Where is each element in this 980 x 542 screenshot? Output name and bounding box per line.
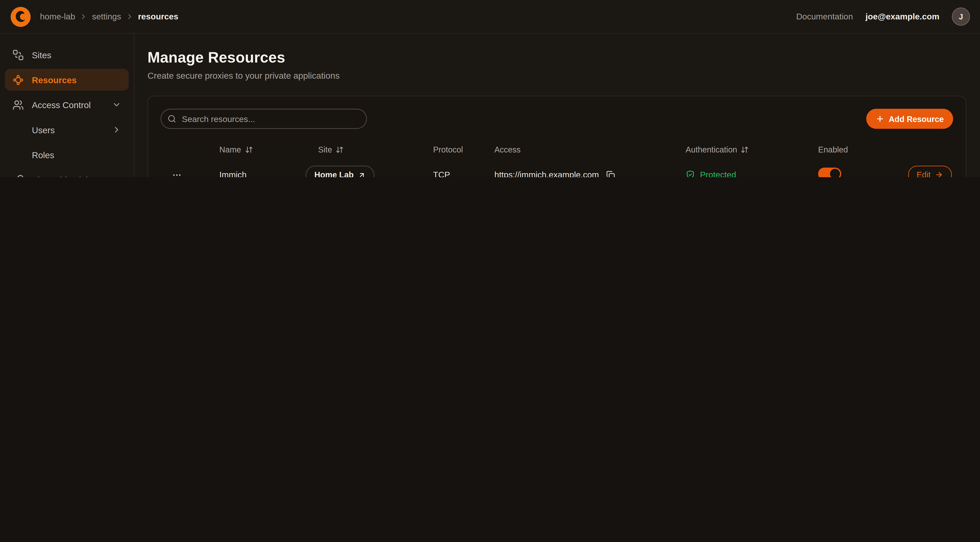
- resource-access: https://immich.example.com: [495, 170, 599, 177]
- auth-status-label: Protected: [700, 170, 736, 177]
- search-input[interactable]: [161, 109, 367, 129]
- plus-icon: [876, 115, 885, 123]
- sidebar-item-users[interactable]: Users: [5, 119, 129, 140]
- copy-icon: [606, 171, 615, 177]
- main-content: Manage Resources Create secure proxies t…: [134, 34, 980, 177]
- column-header-enabled: Enabled: [818, 145, 904, 154]
- column-header-authentication[interactable]: Authentication: [686, 145, 818, 154]
- column-label: Name: [220, 145, 241, 154]
- row-menu-button[interactable]: [168, 167, 189, 177]
- add-resource-button[interactable]: Add Resource: [866, 109, 953, 129]
- breadcrumb-current: resources: [138, 12, 178, 21]
- add-resource-label: Add Resource: [889, 114, 944, 123]
- chevron-right-icon: [126, 13, 134, 21]
- sidebar-item-access-control[interactable]: Access Control: [5, 94, 129, 116]
- breadcrumb-org[interactable]: home-lab: [40, 12, 75, 21]
- column-label: Enabled: [818, 145, 848, 154]
- page-title: Manage Resources: [148, 49, 966, 67]
- auth-status: Protected: [686, 170, 818, 177]
- breadcrumb-settings[interactable]: settings: [92, 12, 121, 21]
- sidebar-item-label: Roles: [32, 150, 54, 160]
- arrow-up-right-icon: [358, 171, 366, 177]
- breadcrumb: home-lab settings resources: [40, 12, 178, 21]
- column-header-access: Access: [495, 145, 686, 154]
- site-link[interactable]: Home Lab: [305, 165, 374, 177]
- sidebar-item-label: Resources: [32, 75, 76, 85]
- sidebar-item-label: Shareable Links: [32, 175, 95, 177]
- sidebar-item-label: Users: [32, 125, 55, 135]
- chevron-right-icon: [80, 13, 88, 21]
- search-icon: [167, 115, 176, 123]
- chevron-down-icon: [112, 100, 121, 109]
- enabled-toggle[interactable]: [818, 167, 841, 177]
- table-header: Name Site Protocol Access Authenticati: [161, 140, 953, 159]
- sidebar-item-resources[interactable]: Resources: [5, 69, 129, 91]
- edit-label: Edit: [917, 170, 931, 177]
- user-email[interactable]: joe@example.com: [865, 12, 939, 21]
- column-label: Site: [318, 145, 332, 154]
- topbar: home-lab settings resources Documentatio…: [0, 0, 980, 34]
- column-header-protocol: Protocol: [433, 145, 495, 154]
- arrow-right-icon: [935, 171, 943, 177]
- page-subtitle: Create secure proxies to your private ap…: [148, 71, 966, 81]
- resources-icon: [13, 74, 24, 85]
- sites-icon: [13, 49, 24, 60]
- resource-protocol: TCP: [433, 170, 495, 177]
- column-label: Authentication: [686, 145, 737, 154]
- avatar[interactable]: J: [952, 8, 970, 26]
- shield-check-icon: [686, 170, 695, 177]
- column-label: Access: [495, 145, 520, 154]
- link-icon: [13, 174, 24, 177]
- sidebar-item-label: Access Control: [32, 100, 91, 110]
- sidebar-item-roles[interactable]: Roles: [5, 144, 129, 166]
- sort-icon: [741, 145, 749, 153]
- resources-card: Add Resource Name Site Protocol: [148, 96, 966, 177]
- edit-button[interactable]: Edit: [908, 166, 952, 177]
- search-box: [161, 109, 367, 129]
- chevron-right-icon: [112, 125, 121, 134]
- column-label: Protocol: [433, 145, 463, 154]
- sidebar-item-shareable-links[interactable]: Shareable Links: [5, 169, 129, 177]
- table-row: Immich Home Lab TCP https://immich.examp…: [161, 159, 953, 177]
- site-name: Home Lab: [314, 170, 354, 177]
- copy-button[interactable]: [605, 169, 616, 177]
- documentation-link[interactable]: Documentation: [796, 12, 853, 21]
- resource-name: Immich: [220, 170, 305, 177]
- pangolin-logo: [10, 6, 31, 27]
- sort-icon: [245, 145, 253, 153]
- app: home-lab settings resources Documentatio…: [0, 0, 980, 177]
- ellipsis-icon: [172, 170, 182, 177]
- users-icon: [13, 99, 24, 110]
- sort-icon: [336, 145, 344, 153]
- column-header-name[interactable]: Name: [220, 145, 305, 154]
- sidebar-item-label: Sites: [32, 49, 51, 60]
- sidebar: Sites Resources Access Control Users: [0, 34, 134, 177]
- column-header-site[interactable]: Site: [305, 145, 433, 154]
- sidebar-item-sites[interactable]: Sites: [5, 44, 129, 65]
